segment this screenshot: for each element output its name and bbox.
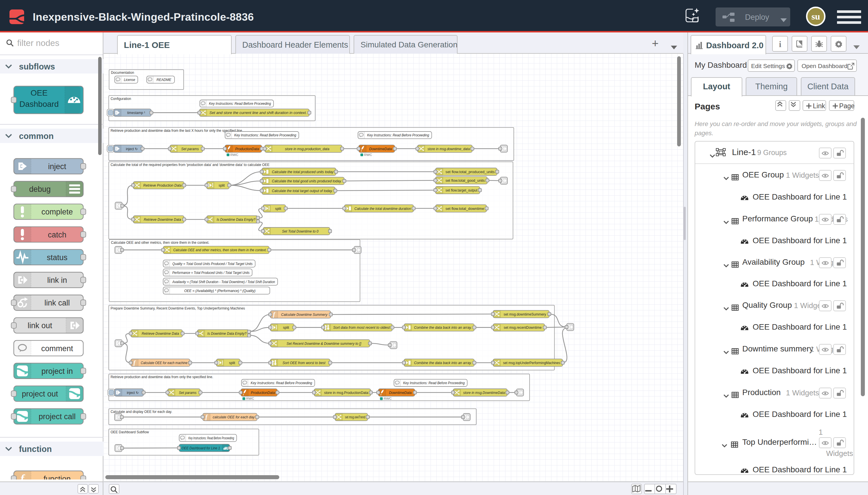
svg-text:Set Recent Downtime & Downtime: Set Recent Downtime & Downtime summery t…	[287, 342, 361, 346]
svg-text:project out: project out	[22, 390, 58, 398]
svg-text:RWC: RWC	[364, 153, 372, 156]
svg-text:split: split	[219, 184, 225, 187]
svg-text:set msg.topUnderPerformingMach: set msg.topUnderPerformingMachines	[503, 361, 560, 365]
svg-text:project call: project call	[38, 412, 75, 421]
svg-text:Prepare Downtime Summary, Rece: Prepare Downtime Summary, Recent Downtim…	[110, 306, 245, 310]
svg-text:set flow.total_produced_units: set flow.total_produced_units	[446, 170, 494, 174]
svg-text:Calculate the total good units: Calculate the total good units produced …	[272, 179, 342, 183]
svg-text:Retrieve Downtime Data: Retrieve Downtime Data	[142, 331, 179, 336]
svg-text:catch: catch	[48, 231, 67, 239]
svg-text:Calculate OEE for each machine: Calculate OEE for each machine	[141, 361, 188, 365]
svg-text:RWC: RWC	[230, 153, 238, 156]
svg-text:function: function	[44, 475, 71, 479]
svg-text:common: common	[19, 132, 54, 141]
svg-text:comment: comment	[41, 344, 73, 353]
svg-text:Set Total Downtime to 0: Set Total Downtime to 0	[282, 229, 318, 234]
svg-text:Sort data from most recent to: Sort data from most recent to oldest	[333, 326, 390, 330]
svg-text:Configuration: Configuration	[110, 97, 131, 101]
svg-text:subflows: subflows	[19, 62, 55, 71]
svg-text:DowntimeData: DowntimeData	[389, 391, 412, 395]
svg-text:Retrieve production and downti: Retrieve production and downtime data fr…	[110, 375, 213, 379]
svg-text:ProductionData: ProductionData	[251, 391, 275, 395]
svg-text:ProductionData: ProductionData	[235, 147, 259, 151]
svg-text:status: status	[47, 253, 67, 262]
svg-text:Set params: Set params	[181, 147, 198, 151]
svg-text:split: split	[229, 361, 236, 365]
svg-text:inject ↻: inject ↻	[126, 147, 138, 151]
svg-text:function: function	[19, 444, 52, 454]
svg-text:Key Instructions: Read Before: Key Instructions: Read Before Proceeding	[188, 436, 234, 440]
svg-text:set flow.total_good_units: set flow.total_good_units	[446, 178, 485, 183]
svg-text:RWC: RWC	[384, 396, 392, 400]
svg-text:store in msg.ProductionData: store in msg.ProductionData	[324, 391, 368, 395]
svg-text:Key Instructions: Read Before: Key Instructions: Read Before Proceeding	[250, 381, 312, 385]
svg-text:Retrieve Production Data: Retrieve Production Data	[143, 184, 182, 187]
svg-text:store in msg.downtime_data: store in msg.downtime_data	[428, 147, 470, 151]
svg-text:Is Downtime Data Empty?: Is Downtime Data Empty?	[217, 218, 256, 222]
svg-text:set flow.target_output: set flow.target_output	[446, 188, 478, 192]
svg-text:Dashboard: Dashboard	[19, 100, 59, 108]
svg-text:timestamp ¹: timestamp ¹	[127, 111, 145, 115]
svg-text:i: i	[779, 40, 781, 49]
svg-text:Calculate the total downtime d: Calculate the total downtime duration	[354, 207, 411, 211]
svg-text:link call: link call	[45, 298, 70, 307]
svg-text:RWC: RWC	[246, 396, 254, 400]
svg-text:README: README	[156, 78, 171, 82]
svg-text:Retrieve Downtime Data: Retrieve Downtime Data	[144, 218, 181, 222]
svg-text:Calculate OEE and other metric: Calculate OEE and other metrics, then st…	[173, 248, 267, 252]
svg-text:Combine the data back into an: Combine the data back into an array.	[414, 326, 472, 330]
svg-text:OEE Dashboard for Line 1: OEE Dashboard for Line 1	[182, 446, 220, 450]
svg-text:split: split	[283, 326, 289, 330]
svg-text:store in msg.production_data: store in msg.production_data	[285, 147, 330, 151]
svg-text:set msg.recentDowntime: set msg.recentDowntime	[504, 326, 542, 330]
svg-text:Calculate the total of the req: Calculate the total of the required prop…	[110, 163, 269, 167]
svg-text:set msg.downtimeSummery: set msg.downtimeSummery	[504, 312, 546, 317]
svg-text:split: split	[275, 207, 281, 211]
svg-text:Calculate the total target out: Calculate the total target output of tod…	[272, 189, 333, 193]
svg-text:Set and store the current line: Set and store the current line and shift…	[210, 111, 307, 115]
svg-text:set msg.oeeTrend: set msg.oeeTrend	[345, 415, 365, 419]
svg-text:Calculate Downtime Summery: Calculate Downtime Summery	[281, 313, 328, 317]
svg-text:link out: link out	[28, 321, 52, 330]
svg-text:OEE: OEE	[31, 88, 47, 97]
svg-text:Key Instructions: Read Before: Key Instructions: Read Before Proceeding	[209, 102, 271, 106]
svg-text:Performance = Total Produced U: Performance = Total Produced Units / Tot…	[172, 271, 249, 275]
svg-text:Availavity = (Total Shift Dura: Availavity = (Total Shift Duration - Tot…	[172, 280, 275, 284]
svg-text:Key Instructions: Read Before: Key Instructions: Read Before Proceeding	[234, 133, 296, 137]
svg-text:set flow.total_downtime: set flow.total_downtime	[446, 207, 484, 211]
svg-text:Quality = Total Good Units Pro: Quality = Total Good Units Produced / To…	[172, 262, 253, 266]
svg-text:License: License	[124, 78, 135, 82]
svg-text:Calculate OEE and other metric: Calculate OEE and other metrics, then st…	[111, 241, 210, 245]
svg-text:calculate OEE for each day: calculate OEE for each day	[213, 415, 255, 419]
svg-text:Retrieve production and downti: Retrieve production and downtime data fr…	[110, 129, 243, 133]
svg-text:Set params: Set params	[179, 391, 196, 395]
svg-text:Documentation: Documentation	[111, 71, 134, 75]
svg-text:DowntimeData: DowntimeData	[369, 147, 392, 151]
svg-text:Calculate the total produced u: Calculate the total produced units today	[272, 170, 334, 174]
svg-text:project in: project in	[41, 367, 73, 376]
svg-text:Sort OEE from worst to best: Sort OEE from worst to best	[282, 361, 326, 365]
svg-text:Combine the data back into an: Combine the data back into an array.	[414, 361, 472, 365]
svg-text:OEE Dashboard Subflow: OEE Dashboard Subflow	[110, 430, 149, 434]
svg-text:Key Instructions: Read Before: Key Instructions: Read Before Proceeding	[367, 133, 429, 137]
svg-text:Key Instructions: Read Before: Key Instructions: Read Before Proceeding	[403, 381, 465, 385]
svg-text:Is Downtime Data Empty?: Is Downtime Data Empty?	[207, 331, 246, 336]
svg-text:inject ↻: inject ↻	[127, 391, 139, 395]
svg-text:store in msg.DowntimeData: store in msg.DowntimeData	[463, 391, 505, 395]
svg-text:complete: complete	[41, 208, 73, 216]
svg-text:inject: inject	[48, 162, 66, 171]
svg-text:link in: link in	[47, 276, 67, 285]
svg-text:debug: debug	[29, 185, 51, 193]
svg-text:OEE = (Availability) * (Perfor: OEE = (Availability) * (Performance) * (…	[184, 289, 256, 293]
